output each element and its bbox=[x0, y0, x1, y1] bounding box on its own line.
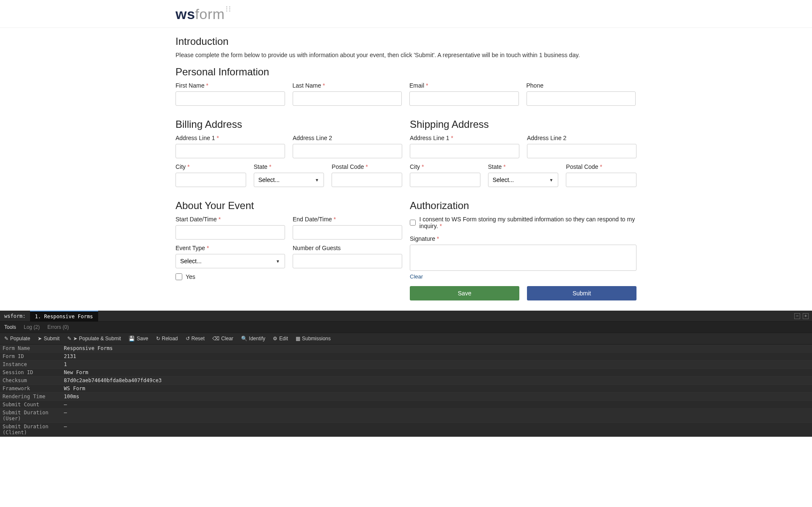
grid-icon: ▦ bbox=[296, 336, 300, 342]
debug-row: Rendering Time100ms bbox=[0, 393, 812, 401]
debug-row: Submit Count– bbox=[0, 401, 812, 409]
phone-input[interactable] bbox=[527, 91, 636, 106]
debug-row: Session IDNew Form bbox=[0, 369, 812, 377]
guests-input[interactable] bbox=[293, 254, 402, 268]
arrow-icon: ➤ bbox=[73, 336, 77, 342]
debug-tab-tools[interactable]: Tools bbox=[4, 324, 16, 330]
debug-clear-button[interactable]: ⌫Clear bbox=[212, 336, 233, 342]
personal-heading: Personal Information bbox=[176, 66, 636, 78]
debug-save-button[interactable]: 💾Save bbox=[129, 336, 148, 342]
eraser-icon: ⌫ bbox=[212, 336, 219, 342]
shipping-postal-label: Postal Code * bbox=[566, 163, 636, 170]
debug-row-key: Instance bbox=[0, 361, 61, 368]
shipping-heading: Shipping Address bbox=[410, 118, 636, 130]
debug-row-value: 2131 bbox=[61, 353, 79, 360]
start-dt-label: Start Date/Time * bbox=[176, 216, 285, 223]
debug-row-key: Framework bbox=[0, 385, 61, 392]
debug-populate-submit-button[interactable]: ✎➤Populate & Submit bbox=[67, 336, 121, 342]
shipping-state-label: State * bbox=[488, 163, 559, 170]
intro-heading: Introduction bbox=[176, 36, 636, 47]
shipping-addr1-input[interactable] bbox=[410, 144, 519, 158]
save-button[interactable]: Save bbox=[410, 286, 519, 300]
billing-postal-label: Postal Code * bbox=[332, 163, 402, 170]
yes-checkbox[interactable] bbox=[176, 273, 182, 280]
shipping-addr1-label: Address Line 1 * bbox=[410, 135, 519, 141]
end-dt-label: End Date/Time * bbox=[293, 216, 402, 223]
auth-heading: Authorization bbox=[410, 200, 636, 212]
logo: wsform⁝⁝ bbox=[176, 6, 231, 22]
debug-row: Submit Duration (Client)– bbox=[0, 423, 812, 437]
billing-state-label: State * bbox=[254, 163, 324, 170]
event-type-label: Event Type * bbox=[176, 245, 285, 251]
clear-signature-link[interactable]: Clear bbox=[410, 273, 423, 280]
gear-icon: ⚙ bbox=[273, 336, 277, 342]
minimize-icon[interactable]: − bbox=[794, 313, 800, 319]
email-label: Email * bbox=[409, 82, 519, 89]
debug-row-key: Submit Count bbox=[0, 401, 61, 408]
guests-label: Number of Guests bbox=[293, 245, 402, 251]
debug-row-key: Submit Duration (User) bbox=[0, 409, 61, 422]
shipping-addr2-input[interactable] bbox=[527, 144, 636, 158]
billing-state-select[interactable]: Select... bbox=[254, 173, 324, 187]
debug-logo: wsform: bbox=[0, 313, 30, 319]
event-heading: About Your Event bbox=[176, 200, 402, 212]
debug-submit-button[interactable]: ➤Submit bbox=[38, 336, 59, 342]
debug-row: Instance1 bbox=[0, 361, 812, 369]
shipping-city-label: City * bbox=[410, 163, 480, 170]
debug-row-key: Rendering Time bbox=[0, 393, 61, 400]
intro-text: Please complete the form below to provid… bbox=[176, 52, 636, 58]
consent-label: I consent to WS Form storing my submitte… bbox=[419, 216, 636, 229]
debug-row-key: Checksum bbox=[0, 377, 61, 384]
yes-label: Yes bbox=[186, 273, 195, 280]
debug-row-value: – bbox=[61, 423, 69, 436]
debug-row-key: Form Name bbox=[0, 344, 61, 352]
signature-pad[interactable] bbox=[410, 245, 636, 271]
shipping-state-select[interactable]: Select... bbox=[488, 173, 559, 187]
reset-icon: ↺ bbox=[186, 336, 190, 342]
first-name-input[interactable] bbox=[176, 91, 285, 106]
debug-form-tab[interactable]: 1. Responsive Forms bbox=[30, 311, 98, 322]
start-dt-input[interactable] bbox=[176, 225, 285, 240]
debug-tab-log[interactable]: Log (2) bbox=[24, 324, 40, 330]
debug-populate-button[interactable]: ✎Populate bbox=[4, 336, 30, 342]
debug-row-key: Session ID bbox=[0, 369, 61, 376]
email-input[interactable] bbox=[409, 91, 519, 106]
debug-row: Form ID2131 bbox=[0, 353, 812, 361]
debug-reset-button[interactable]: ↺Reset bbox=[186, 336, 205, 342]
debug-submissions-button[interactable]: ▦Submissions bbox=[296, 336, 331, 342]
last-name-label: Last Name * bbox=[293, 82, 402, 89]
arrow-icon: ➤ bbox=[38, 336, 42, 342]
shipping-postal-input[interactable] bbox=[566, 173, 636, 187]
debug-row: Form NameResponsive Forms bbox=[0, 344, 812, 353]
debug-row-value: 1 bbox=[61, 361, 69, 368]
submit-button[interactable]: Submit bbox=[527, 286, 636, 300]
expand-icon[interactable]: + bbox=[803, 313, 809, 319]
debug-row-value: – bbox=[61, 401, 69, 408]
debug-identify-button[interactable]: 🔍Identify bbox=[241, 336, 266, 342]
save-icon: 💾 bbox=[129, 336, 135, 342]
billing-heading: Billing Address bbox=[176, 118, 402, 130]
debug-row-value: 100ms bbox=[61, 393, 82, 400]
first-name-label: First Name * bbox=[176, 82, 285, 89]
shipping-city-input[interactable] bbox=[410, 173, 480, 187]
debug-row-key: Submit Duration (Client) bbox=[0, 423, 61, 436]
debug-edit-button[interactable]: ⚙Edit bbox=[273, 336, 288, 342]
billing-addr2-input[interactable] bbox=[293, 144, 402, 158]
billing-city-label: City * bbox=[176, 163, 246, 170]
end-dt-input[interactable] bbox=[293, 225, 402, 240]
debug-row-value: 87d0c2aeb74640bfda8eba407fd49ce3 bbox=[61, 377, 164, 384]
billing-addr1-label: Address Line 1 * bbox=[176, 135, 285, 141]
last-name-input[interactable] bbox=[293, 91, 402, 106]
pencil-icon: ✎ bbox=[67, 336, 71, 342]
debug-row: Submit Duration (User)– bbox=[0, 409, 812, 423]
billing-postal-input[interactable] bbox=[332, 173, 402, 187]
consent-checkbox[interactable] bbox=[410, 219, 416, 226]
debug-tab-errors[interactable]: Errors (0) bbox=[47, 324, 69, 330]
reload-icon: ↻ bbox=[156, 336, 160, 342]
debug-row-value: New Form bbox=[61, 369, 91, 376]
debug-panel: wsform: 1. Responsive Forms − + Tools Lo… bbox=[0, 311, 812, 437]
billing-addr1-input[interactable] bbox=[176, 144, 285, 158]
debug-reload-button[interactable]: ↻Reload bbox=[156, 336, 178, 342]
event-type-select[interactable]: Select... bbox=[176, 254, 285, 268]
billing-city-input[interactable] bbox=[176, 173, 246, 187]
